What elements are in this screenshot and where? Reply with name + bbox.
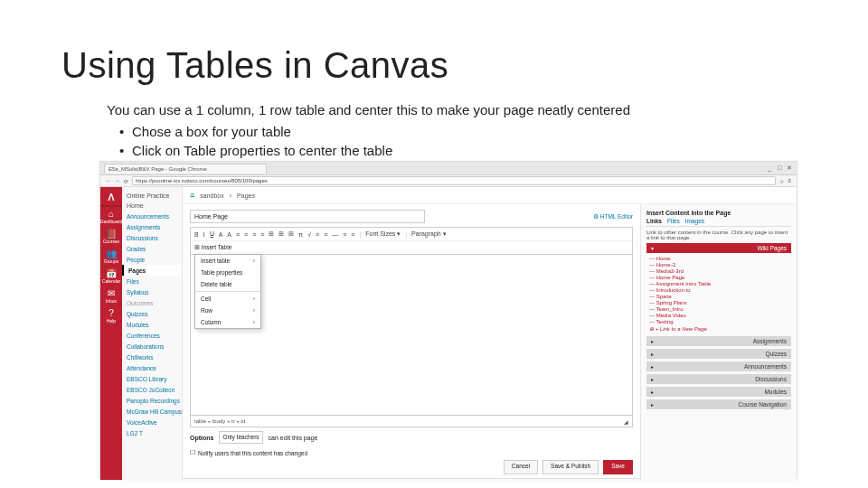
nav-item-outcomes[interactable]: Outcomes [122,297,182,308]
table-dd-insert-table[interactable]: Insert table [195,255,260,267]
nav-item-quizzes[interactable]: Quizzes [122,308,182,319]
rte-btn-15[interactable]: ≡ [324,231,327,238]
nav-item-conferences[interactable]: Conferences [122,330,182,341]
rte-btn-1[interactable]: I [203,231,205,238]
wiki-page-link[interactable]: — Spring Plans [649,299,788,305]
rte-btn-12[interactable]: π [298,231,303,238]
nav-back-icon[interactable]: ← [106,178,111,183]
insert-tab-files[interactable]: Files [667,218,680,224]
wiki-page-link[interactable]: — Introduction to [649,286,788,293]
html-editor-link[interactable]: ⚙ HTML Editor [593,213,633,221]
menu-icon[interactable]: ≡ [788,178,791,183]
save-button[interactable]: Save [603,460,633,474]
rte-btn-6[interactable]: ≡ [244,231,248,238]
rte-toolbar-1[interactable]: BIU̲AA≡≡≡≡⊞⊞⊞π√≡≡—≡≡|Font Sizes ▾|Paragr… [190,227,633,240]
wiki-page-link[interactable]: — Assignment Intro Table [649,280,788,286]
rail-item-help[interactable]: ?Help [100,306,122,326]
wiki-page-link[interactable]: — Home-2 [649,261,788,267]
window-max-icon[interactable]: □ [776,164,783,172]
rte-toolbar-2[interactable]: ⊞ Insert Table Insert tableTable propert… [190,240,633,255]
crumb-page[interactable]: Pages [237,192,255,199]
nav-item-syllabus[interactable]: Syllabus [122,286,182,297]
rte-btn-0[interactable]: B [194,231,199,238]
nav-item-lg2-t[interactable]: LG2 T [122,427,182,438]
table-dd-table-properties[interactable]: Table properties [195,267,260,278]
acc-quizzes[interactable]: Quizzes [646,349,791,359]
wiki-page-link[interactable]: — Media Video [649,312,788,318]
nav-item-ebsco-jocollecn[interactable]: EBSCO JoCollecn [122,384,182,395]
rail-item-dashboard[interactable]: ⌂Dashboard [100,207,122,227]
font-size-select[interactable]: Font Sizes ▾ [365,230,401,238]
insert-tab-links[interactable]: Links [646,218,662,224]
table-dd-column[interactable]: Column [195,316,260,328]
page-title-input[interactable]: Home Page [190,210,425,223]
rte-btn-9[interactable]: ⊞ [269,230,274,238]
nav-item-files[interactable]: Files [122,276,182,286]
rte-btn-8[interactable]: ≡ [260,231,264,238]
window-min-icon[interactable]: _ [766,164,773,172]
wiki-page-link[interactable]: — Media2-3rd [649,267,788,274]
nav-item-voiceactive[interactable]: VoiceActive [122,417,182,427]
insert-tab-images[interactable]: Images [685,218,704,224]
element-path[interactable]: table » tbody » tr » td [194,418,245,424]
notify-checkbox[interactable]: ☐ [190,449,195,456]
rte-btn-18[interactable]: ≡ [351,231,354,238]
nav-item-announcements[interactable]: Announcements [122,211,182,221]
resize-icon[interactable]: ◢ [624,418,628,425]
nav-item-discussions[interactable]: Discussions [122,232,182,243]
canvas-logo-icon[interactable]: Λ [100,189,122,207]
wiki-page-link[interactable]: — Team_Intro [649,305,788,312]
rte-btn-5[interactable]: ≡ [236,231,240,238]
browser-tab[interactable]: E5a_MSolis|B&V Page - Google Chrome [104,164,267,174]
star-icon[interactable]: ☆ [779,178,784,184]
wiki-page-link[interactable]: — Testing [649,318,788,324]
wiki-page-link[interactable]: — Home Page [649,274,788,280]
wiki-page-link[interactable]: — Home [649,255,788,261]
nav-item-people[interactable]: People [122,254,182,265]
rte-btn-10[interactable]: ⊞ [278,230,284,238]
edit-permission-select[interactable]: Only teachers [219,431,262,444]
table-menu-button[interactable]: ⊞ Insert Table [194,244,231,251]
rte-btn-14[interactable]: ≡ [316,231,319,238]
nav-item-grades[interactable]: Grades [122,243,182,254]
rte-btn-13[interactable]: √ [307,231,311,238]
nav-item-chiliworks[interactable]: Chiliworks [122,352,182,362]
nav-reload-icon[interactable]: ⟳ [124,178,128,184]
window-close-icon[interactable]: ✕ [786,164,793,172]
acc-discussions[interactable]: Discussions [646,374,791,384]
nav-fwd-icon[interactable]: → [115,178,120,183]
rail-item-calendar[interactable]: 📅Calendar [100,267,122,286]
nav-item-ebsco-library[interactable]: EBSCO Library [122,373,182,384]
crumb-course[interactable]: sandbox [200,192,223,199]
acc-modules[interactable]: Modules [646,387,791,397]
acc-wiki-pages[interactable]: Wiki Pages [646,243,791,253]
rte-btn-11[interactable]: ⊞ [288,230,294,238]
course-menu-icon[interactable]: ≡ [190,191,194,200]
save-publish-button[interactable]: Save & Publish [542,460,599,474]
paragraph-select[interactable]: Paragraph ▾ [411,230,447,238]
rte-btn-7[interactable]: ≡ [252,231,256,238]
nav-item-mcgraw-hill-campus[interactable]: McGraw Hill Campus [122,406,182,417]
insert-tabs[interactable]: Links Files Images [646,218,791,227]
nav-item-panopto-recordings[interactable]: Panopto Recordings [122,395,182,406]
rte-btn-3[interactable]: A [219,231,223,238]
acc-announcements[interactable]: Announcements [646,361,791,371]
cancel-button[interactable]: Cancel [504,460,538,474]
nav-home[interactable]: Home [122,201,182,211]
nav-item-pages[interactable]: Pages [122,265,182,276]
nav-item-assignments[interactable]: Assignments [122,221,182,232]
url-field[interactable]: https://pvonline.ics.rutisco.com/courses… [132,176,776,185]
rte-btn-16[interactable]: — [332,231,338,238]
rail-item-courses[interactable]: 📕Courses [100,227,122,247]
acc-assignments[interactable]: Assignments [646,336,791,346]
rte-btn-2[interactable]: U̲ [210,230,214,238]
table-dd-cell[interactable]: Cell [195,293,260,305]
rte-btn-17[interactable]: ≡ [343,231,346,238]
acc-course-navigation[interactable]: Course Navigation [646,399,791,409]
add-wiki-page-link[interactable]: ⊕ + Link to a New Page [649,324,788,332]
table-dd-row[interactable]: Row [195,305,260,316]
rail-item-groups[interactable]: 👥Groups [100,247,122,267]
table-dd-delete-table[interactable]: Delete table [195,278,260,290]
wiki-page-link[interactable]: — Space [649,293,788,299]
rte-btn-4[interactable]: A [227,231,231,238]
